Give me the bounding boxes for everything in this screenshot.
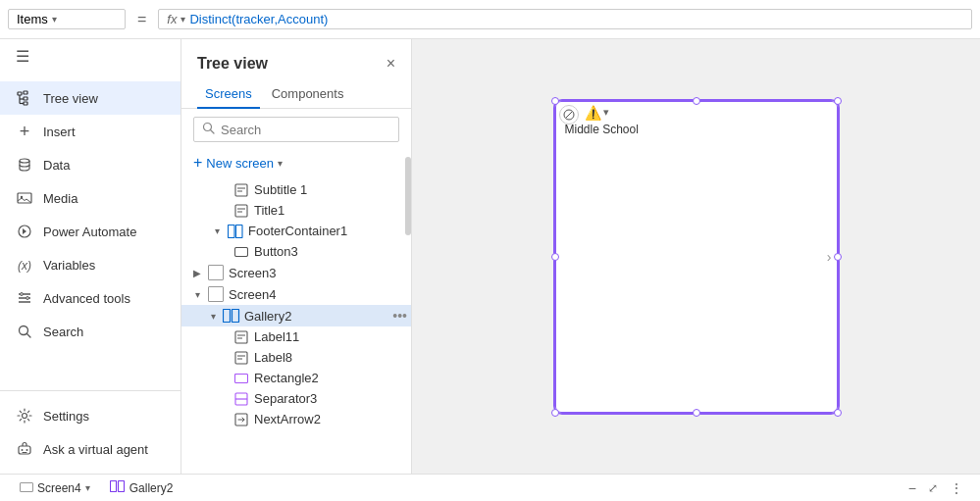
fx-chevron: ▾: [181, 14, 185, 25]
footercontainer1-label: FooterContainer1: [248, 224, 411, 238]
tree-node-label8[interactable]: Label8: [181, 347, 411, 368]
sidebar-bottom: Settings Ask a virtual agent: [0, 390, 181, 474]
nextarrow2-icon: [232, 413, 250, 426]
canvas-area: ⚠️ ▾ Middle School ›: [412, 39, 980, 474]
tree-scrollbar[interactable]: [405, 157, 411, 235]
tree-panel-title: Tree view: [197, 55, 268, 73]
svg-rect-30: [235, 247, 248, 256]
new-screen-row[interactable]: + New screen ▾: [181, 150, 411, 179]
screen4-icon: [207, 286, 225, 302]
subtitle1-label: Subtitle 1: [254, 182, 411, 197]
sidebar-item-search[interactable]: Search: [0, 315, 181, 348]
expand-icon[interactable]: ⤢: [924, 481, 942, 495]
tree-node-nextarrow2[interactable]: NextArrow2: [181, 409, 411, 429]
edit-icon[interactable]: [559, 105, 579, 125]
tree-node-screen4[interactable]: ▾ Screen4: [181, 283, 411, 305]
title1-icon: [232, 204, 250, 218]
svg-rect-33: [235, 331, 247, 343]
svg-point-19: [26, 449, 28, 451]
tree-close-button[interactable]: ×: [387, 55, 395, 73]
canvas-frame: ⚠️ ▾ Middle School ›: [554, 100, 839, 414]
resize-handle-tr[interactable]: [834, 97, 842, 105]
button3-label: Button3: [254, 244, 411, 259]
sidebar-item-insert[interactable]: + Insert: [0, 115, 181, 148]
sidebar-item-variables[interactable]: (x) Variables: [0, 248, 181, 281]
nextarrow2-label: NextArrow2: [254, 412, 411, 426]
tree-node-footercontainer1[interactable]: ▾ FooterContainer1: [181, 221, 411, 241]
footercontainer1-toggle[interactable]: ▾: [209, 225, 225, 236]
sidebar-item-data[interactable]: Data: [0, 148, 181, 181]
rectangle2-icon: [232, 374, 250, 383]
tree-view-label: Tree view: [43, 91, 98, 106]
status-screen4-chevron: ▾: [85, 482, 90, 493]
resize-handle-bl[interactable]: [551, 409, 559, 417]
sidebar-item-media[interactable]: Media: [0, 181, 181, 215]
svg-rect-2: [24, 97, 27, 100]
items-dropdown[interactable]: Items ▾: [8, 9, 126, 29]
svg-rect-31: [224, 310, 231, 323]
tree-node-subtitle1[interactable]: Subtitle 1: [181, 179, 411, 200]
settings-label: Settings: [43, 409, 89, 424]
gallery2-toggle[interactable]: ▾: [205, 311, 221, 322]
tree-node-label11[interactable]: Label11: [181, 326, 411, 347]
svg-rect-36: [235, 352, 247, 364]
equals-sign: =: [133, 11, 150, 28]
tree-node-rectangle2[interactable]: Rectangle2: [181, 368, 411, 388]
screen3-toggle[interactable]: ▶: [189, 268, 205, 278]
tree-node-title1[interactable]: Title1: [181, 200, 411, 221]
svg-line-21: [211, 130, 215, 134]
resize-handle-bm[interactable]: [693, 409, 700, 417]
tree-node-gallery2[interactable]: ▾ Gallery2 •••: [181, 305, 411, 326]
advanced-tools-label: Advanced tools: [43, 291, 130, 306]
media-icon: [16, 189, 33, 207]
screen3-icon: [207, 265, 225, 280]
formula-bar[interactable]: fx ▾ Distinct(tracker,Account): [158, 9, 972, 29]
tree-node-screen3[interactable]: ▶ Screen3: [181, 262, 411, 283]
minimize-icon[interactable]: −: [904, 480, 920, 496]
svg-rect-32: [232, 310, 239, 323]
gallery2-more[interactable]: •••: [392, 308, 407, 324]
settings-icon: [16, 407, 33, 425]
svg-rect-22: [235, 184, 247, 196]
data-icon: [16, 156, 33, 174]
tree-search-box[interactable]: [193, 117, 399, 142]
status-gallery2-label: Gallery2: [129, 481, 174, 495]
tab-components[interactable]: Components: [264, 80, 352, 109]
bot-icon: [16, 440, 33, 458]
sidebar-item-power-automate[interactable]: Power Automate: [0, 215, 181, 248]
main-area: ☰ Tree view + Insert Data: [0, 39, 980, 474]
svg-rect-3: [24, 102, 27, 105]
tree-node-button3[interactable]: Button3: [181, 241, 411, 262]
status-screen4[interactable]: Screen4 ▾: [12, 481, 98, 495]
tree-search-icon: [202, 122, 215, 137]
tree-tabs: Screens Components: [181, 80, 411, 109]
resize-handle-ml[interactable]: [551, 253, 559, 261]
svg-rect-45: [110, 481, 116, 492]
tree-node-separator3[interactable]: Separator3: [181, 388, 411, 409]
resize-handle-mr[interactable]: [834, 253, 842, 261]
status-screen4-label: Screen4: [37, 481, 81, 495]
resize-handle-tm[interactable]: [693, 97, 700, 105]
sidebar-item-ask-virtual-agent[interactable]: Ask a virtual agent: [0, 432, 181, 466]
more-icon[interactable]: ⋮: [946, 480, 968, 496]
resize-handle-tl[interactable]: [551, 97, 559, 105]
screen4-toggle[interactable]: ▾: [189, 289, 205, 300]
sidebar-item-advanced-tools[interactable]: Advanced tools: [0, 281, 181, 315]
top-bar: Items ▾ = fx ▾ Distinct(tracker,Account): [0, 0, 980, 39]
sidebar-item-settings[interactable]: Settings: [0, 399, 181, 432]
svg-rect-28: [229, 225, 235, 237]
formula-text: Distinct(tracker,Account): [189, 12, 328, 26]
svg-rect-0: [18, 92, 22, 95]
status-bar: Screen4 ▾ Gallery2 − ⤢ ⋮: [0, 474, 980, 501]
insert-icon: +: [16, 123, 33, 140]
hamburger-menu[interactable]: ☰: [0, 39, 181, 74]
svg-rect-25: [235, 205, 247, 217]
tab-screens[interactable]: Screens: [197, 80, 260, 109]
canvas-middle-school-text: Middle School: [565, 123, 639, 136]
resize-handle-br[interactable]: [834, 409, 842, 417]
sidebar-item-tree-view[interactable]: Tree view: [0, 81, 181, 115]
power-automate-label: Power Automate: [43, 225, 136, 239]
ask-virtual-agent-label: Ask a virtual agent: [43, 442, 148, 457]
status-gallery2[interactable]: Gallery2: [102, 480, 181, 495]
tree-search-input[interactable]: [221, 123, 390, 137]
